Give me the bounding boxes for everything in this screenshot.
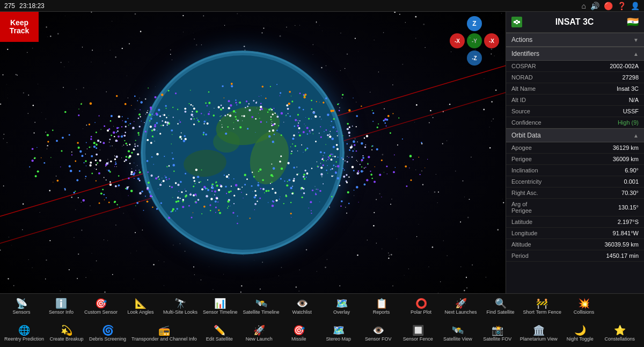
tool-find-satellite[interactable]: 🔍 Find Satellite <box>481 295 520 320</box>
tool-short-term-fence[interactable]: 🚧 Short Term Fence <box>521 295 564 320</box>
edit-satellite-label: Edit Satellite <box>206 336 233 342</box>
missile-label: Missile <box>291 336 306 342</box>
orbit-label: Orbit Data <box>511 132 541 139</box>
watchlist-label: Watchlist <box>292 309 312 315</box>
tool-satellite-view[interactable]: 🛰️ Satellite View <box>438 321 477 346</box>
perigee-value: 36009 km <box>554 154 644 165</box>
volume-icon[interactable]: 🔊 <box>590 2 599 10</box>
transponder-icon: 📻 <box>158 326 170 335</box>
confidence-value: High (9) <box>554 117 644 128</box>
new-launch-label: New Launch <box>246 336 273 342</box>
alt-name-value: Insat 3C <box>554 83 644 95</box>
altitude-row: Altitude 36039.59 km <box>506 239 644 250</box>
tool-night-toggle[interactable]: 🌙 Night Toggle <box>561 321 599 346</box>
arg-perigee-value: 130.15° <box>554 199 644 216</box>
tool-stereo-map[interactable]: 🗺️ Stereo Map <box>319 321 358 346</box>
inclination-row: Inclination 6.90° <box>506 165 644 176</box>
tool-edit-satellite[interactable]: ✏️ Edit Satellite <box>200 321 239 346</box>
toolbar-row-1: 📡 Sensors ℹ️ Sensor Info 🎯 Custom Sensor… <box>0 294 644 321</box>
find-satellite-icon: 🔍 <box>495 299 507 308</box>
perigee-label: Perigee <box>506 154 554 165</box>
actions-section-bar[interactable]: Actions ▼ <box>506 33 644 47</box>
tool-sensor-fence[interactable]: 🔲 Sensor Fence <box>399 321 437 346</box>
tool-reentry[interactable]: 🌐 Reentry Prediction <box>2 321 46 346</box>
svg-point-11 <box>516 21 518 23</box>
tool-overlay[interactable]: 🗺️ Overlay <box>323 295 361 320</box>
tool-sensors[interactable]: 📡 Sensors <box>2 295 41 320</box>
tool-satellite-timeline[interactable]: 🛰️ Satellite Timeline <box>241 295 282 320</box>
norad-value: 27298 <box>554 72 644 83</box>
tool-transponder[interactable]: 📻 Transponder and Channel Info <box>129 321 199 346</box>
tool-sensor-timeline[interactable]: 📊 Sensor Timeline <box>201 295 240 320</box>
tool-watchlist[interactable]: 👁️ Watchlist <box>283 295 321 320</box>
edit-satellite-icon: ✏️ <box>214 326 225 335</box>
neg-z-axis-button[interactable]: -Z <box>467 50 482 66</box>
top-bar: 275 23:18:23 ⌂ 🔊 🔴 ❓ 👤 <box>0 0 644 12</box>
tool-multi-site[interactable]: 🔭 Multi-Site Looks <box>161 295 200 320</box>
right-asc-value: 70.30° <box>554 187 644 199</box>
orbit-section-bar[interactable]: Orbit Data ▲ <box>506 128 644 142</box>
longitude-value: 91.841°W <box>554 228 644 239</box>
settings-icon[interactable]: 🔴 <box>604 2 613 10</box>
watchlist-icon: 👁️ <box>296 299 308 308</box>
constellations-icon: ⭐ <box>614 326 626 335</box>
breakup-label: Create Breakup <box>50 336 84 342</box>
tool-missile[interactable]: 🎯 Missile <box>280 321 318 346</box>
bottom-toolbar: 📡 Sensors ℹ️ Sensor Info 🎯 Custom Sensor… <box>0 293 644 347</box>
canvas-area[interactable] <box>0 12 506 293</box>
help-icon[interactable]: ❓ <box>617 2 626 10</box>
collisions-label: Collisions <box>574 309 595 315</box>
multi-site-label: Multi-Site Looks <box>163 309 197 315</box>
reentry-label: Reentry Prediction <box>4 336 44 342</box>
tool-breakup[interactable]: 💫 Create Breakup <box>47 321 86 346</box>
polar-plot-label: Polar Plot <box>411 309 431 315</box>
altitude-value: 36039.59 km <box>554 239 644 250</box>
custom-sensor-icon: 🎯 <box>95 299 107 308</box>
custom-sensor-label: Custom Sensor <box>84 309 118 315</box>
tool-collisions[interactable]: 💥 Collisions <box>565 295 603 320</box>
sensor-fence-icon: 🔲 <box>412 326 424 335</box>
find-satellite-label: Find Satellite <box>487 309 515 315</box>
tool-new-launch[interactable]: 🚀 New Launch <box>240 321 279 346</box>
z-axis-button[interactable]: Z <box>467 16 482 31</box>
identifiers-section-bar[interactable]: Identifiers ▲ <box>506 47 644 61</box>
neg-y-axis-button[interactable]: -Y <box>467 33 482 48</box>
tool-sensor-info[interactable]: ℹ️ Sensor Info <box>42 295 80 320</box>
satellite-view-label: Satellite View <box>443 336 472 342</box>
actions-chevron: ▼ <box>633 37 639 43</box>
tool-planetarium[interactable]: 🏛️ Planetarium View <box>518 321 560 346</box>
period-label: Period <box>506 250 554 262</box>
tool-look-angles[interactable]: 📐 Look Angles <box>121 295 160 320</box>
tool-debris[interactable]: 🌀 Debris Screening <box>87 321 128 346</box>
neg-x-axis-button[interactable]: -X <box>450 33 465 48</box>
eccentricity-row: Eccentricity 0.001 <box>506 176 644 187</box>
sensor-timeline-label: Sensor Timeline <box>203 309 238 315</box>
orbit-chevron: ▲ <box>633 133 639 139</box>
source-row: Source USSF <box>506 106 644 117</box>
tool-custom-sensor[interactable]: 🎯 Custom Sensor <box>82 295 120 320</box>
next-launches-label: Next Launches <box>445 309 477 315</box>
latitude-label: Latitude <box>506 216 554 228</box>
longitude-label: Longitude <box>506 228 554 239</box>
satellite-header: INSAT 3C 🇮🇳 <box>506 12 644 33</box>
satellite-timeline-icon: 🛰️ <box>255 299 267 308</box>
tool-next-launches[interactable]: 🚀 Next Launches <box>442 295 480 320</box>
neg-x2-button[interactable]: -X <box>484 33 499 48</box>
overlay-label: Overlay <box>333 309 350 315</box>
cospar-value: 2002-002A <box>554 61 644 72</box>
confidence-row: Confidence High (9) <box>506 117 644 128</box>
tool-sensor-fov[interactable]: 👁️ Sensor FOV <box>359 321 398 346</box>
tool-reports[interactable]: 📋 Reports <box>362 295 401 320</box>
user-icon[interactable]: 👤 <box>631 2 640 10</box>
satellite-icon <box>511 17 522 27</box>
github-icon[interactable]: ⌂ <box>582 2 586 10</box>
tool-constellations[interactable]: ⭐ Constellations <box>601 321 639 346</box>
tool-polar-plot[interactable]: ⭕ Polar Plot <box>402 295 441 320</box>
sensor-timeline-icon: 📊 <box>214 299 226 308</box>
debris-icon: 🌀 <box>102 326 114 335</box>
right-panel: INSAT 3C 🇮🇳 Actions ▼ Identifiers ▲ COSP… <box>506 12 644 293</box>
tool-satellite-fov[interactable]: 📸 Satellite FOV <box>478 321 517 346</box>
period-row: Period 1450.17 min <box>506 250 644 262</box>
right-asc-label: Right Asc. <box>506 187 554 199</box>
alt-id-label: Alt ID <box>506 95 554 106</box>
